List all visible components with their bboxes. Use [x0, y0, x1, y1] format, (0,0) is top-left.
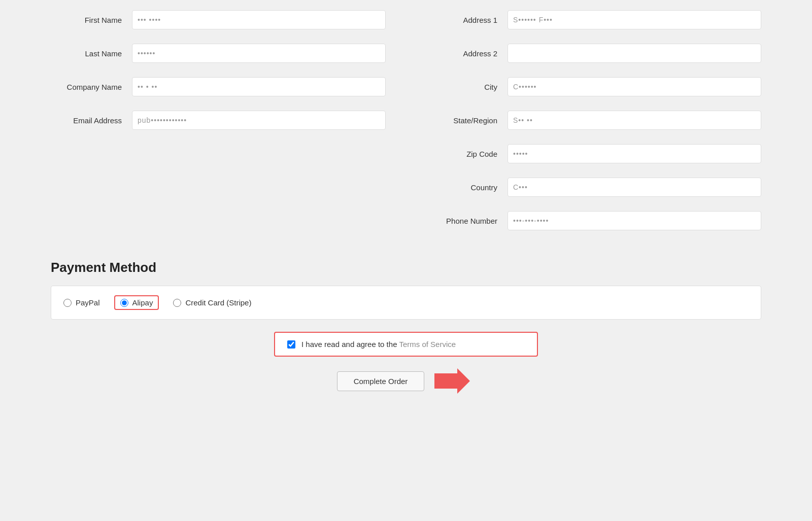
company-name-row: Company Name	[51, 77, 386, 96]
right-column: Address 1 Address 2 City State/Region Zi…	[426, 10, 761, 245]
phone-number-input[interactable]	[507, 211, 761, 230]
credit-card-option[interactable]: Credit Card (Stripe)	[173, 298, 251, 307]
last-name-row: Last Name	[51, 44, 386, 63]
form-container: First Name Last Name Company Name Email …	[51, 10, 761, 396]
company-name-label: Company Name	[51, 83, 132, 91]
zip-code-row: Zip Code	[426, 144, 761, 163]
tos-checkbox[interactable]	[287, 340, 295, 349]
payment-options-box: PayPal Alipay Credit Card (Stripe)	[51, 286, 761, 320]
credit-card-label: Credit Card (Stripe)	[185, 298, 251, 307]
phone-number-label: Phone Number	[426, 217, 507, 225]
tos-text: I have read and agree to the Terms of Se…	[301, 340, 456, 349]
form-grid: First Name Last Name Company Name Email …	[51, 10, 761, 245]
address-2-input[interactable]	[507, 44, 761, 63]
last-name-input[interactable]	[132, 44, 386, 63]
first-name-label: First Name	[51, 16, 132, 24]
alipay-radio[interactable]	[120, 299, 128, 307]
email-address-row: Email Address	[51, 111, 386, 130]
paypal-label: PayPal	[76, 298, 100, 307]
city-input[interactable]	[507, 77, 761, 96]
first-name-row: First Name	[51, 10, 386, 29]
state-region-label: State/Region	[426, 116, 507, 125]
country-input[interactable]	[507, 178, 761, 197]
first-name-input[interactable]	[132, 10, 386, 29]
zip-code-label: Zip Code	[426, 150, 507, 158]
city-row: City	[426, 77, 761, 96]
complete-order-button[interactable]: Complete Order	[337, 371, 425, 391]
country-label: Country	[426, 183, 507, 192]
alipay-wrapper: Alipay	[114, 295, 159, 310]
payment-title: Payment Method	[51, 260, 761, 275]
alipay-option[interactable]: Alipay	[120, 298, 153, 307]
arrow-icon	[429, 366, 475, 396]
email-address-input[interactable]	[132, 111, 386, 130]
address-1-row: Address 1	[426, 10, 761, 29]
phone-number-row: Phone Number	[426, 211, 761, 230]
tos-link[interactable]: Terms of Service	[399, 340, 456, 349]
state-region-input[interactable]	[507, 111, 761, 130]
left-column: First Name Last Name Company Name Email …	[51, 10, 386, 245]
address-1-label: Address 1	[426, 16, 507, 24]
zip-code-input[interactable]	[507, 144, 761, 163]
paypal-option[interactable]: PayPal	[63, 298, 100, 307]
tos-prefix: I have read and agree to the	[301, 340, 399, 349]
country-row: Country	[426, 178, 761, 197]
alipay-label: Alipay	[132, 298, 153, 307]
tos-section: I have read and agree to the Terms of Se…	[51, 332, 761, 357]
last-name-label: Last Name	[51, 49, 132, 58]
state-region-row: State/Region	[426, 111, 761, 130]
paypal-radio[interactable]	[63, 299, 72, 307]
arrow-indicator	[429, 366, 475, 396]
complete-order-section: Complete Order	[51, 366, 761, 396]
address-2-label: Address 2	[426, 49, 507, 58]
tos-box: I have read and agree to the Terms of Se…	[274, 332, 538, 357]
company-name-input[interactable]	[132, 77, 386, 96]
email-address-label: Email Address	[51, 116, 132, 125]
city-label: City	[426, 83, 507, 91]
address-1-input[interactable]	[507, 10, 761, 29]
payment-section: Payment Method PayPal Alipay Credit Card…	[51, 260, 761, 396]
address-2-row: Address 2	[426, 44, 761, 63]
credit-card-radio[interactable]	[173, 299, 181, 307]
svg-marker-0	[434, 368, 470, 394]
